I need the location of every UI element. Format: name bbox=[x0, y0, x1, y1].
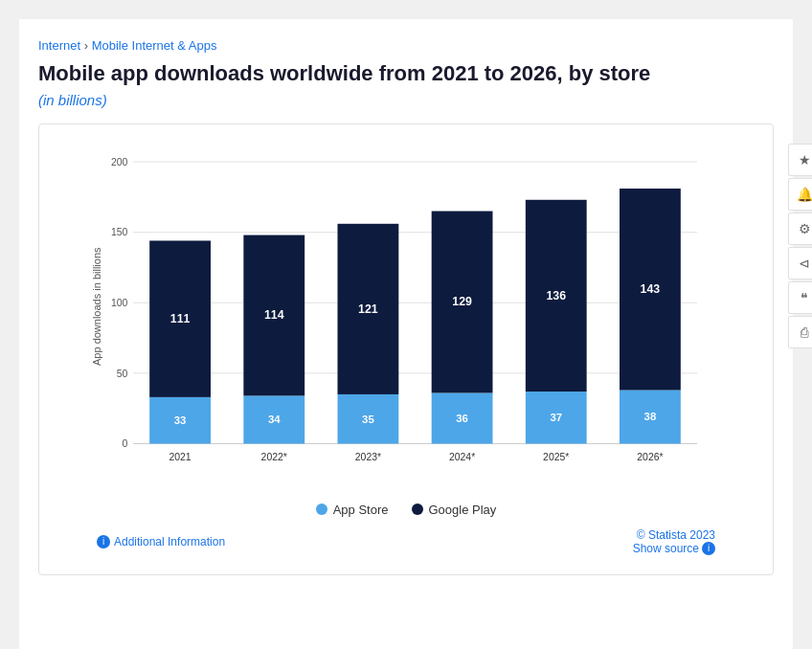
svg-text:0: 0 bbox=[122, 438, 127, 449]
breadcrumb-parent[interactable]: Internet bbox=[38, 38, 80, 53]
svg-text:35: 35 bbox=[362, 413, 374, 424]
statista-credit: © Statista 2023 bbox=[633, 528, 715, 542]
svg-text:36: 36 bbox=[456, 412, 468, 423]
svg-text:150: 150 bbox=[111, 227, 128, 237]
svg-text:2025*: 2025* bbox=[543, 451, 569, 461]
svg-text:2023*: 2023* bbox=[355, 451, 381, 461]
legend-appstore: App Store bbox=[316, 503, 389, 517]
svg-text:34: 34 bbox=[268, 414, 281, 425]
additional-info-label: Additional Information bbox=[114, 535, 225, 548]
gear-icon[interactable]: ⚙ bbox=[788, 213, 812, 245]
svg-text:2024*: 2024* bbox=[449, 451, 475, 461]
legend-googleplay: Google Play bbox=[412, 503, 497, 517]
svg-text:50: 50 bbox=[117, 368, 128, 378]
googleplay-label: Google Play bbox=[429, 503, 497, 517]
page-wrapper: Internet › Mobile Internet & Apps Mobile… bbox=[19, 19, 793, 649]
additional-info-link[interactable]: i Additional Information bbox=[97, 535, 225, 548]
breadcrumb-child[interactable]: Mobile Internet & Apps bbox=[92, 38, 217, 53]
appstore-dot bbox=[316, 504, 327, 515]
source-info-icon: i bbox=[702, 542, 715, 555]
show-source-label: Show source bbox=[633, 542, 699, 555]
print-icon[interactable]: ⎙ bbox=[788, 316, 812, 348]
appstore-label: App Store bbox=[333, 503, 389, 517]
footer-right: © Statista 2023 Show source i bbox=[633, 528, 715, 555]
svg-text:37: 37 bbox=[550, 412, 562, 423]
star-icon[interactable]: ★ bbox=[788, 144, 812, 176]
svg-text:143: 143 bbox=[641, 282, 661, 296]
svg-text:121: 121 bbox=[358, 302, 378, 315]
svg-text:114: 114 bbox=[264, 308, 284, 322]
sidebar-tools: ★🔔⚙⊲❝⎙ bbox=[788, 144, 812, 348]
svg-text:2022*: 2022* bbox=[261, 451, 287, 461]
chart-area: App downloads in billions 05010015020033… bbox=[97, 144, 715, 493]
svg-text:38: 38 bbox=[644, 411, 657, 422]
svg-text:100: 100 bbox=[111, 298, 128, 308]
chart-container: ★🔔⚙⊲❝⎙ App downloads in billions 0501001… bbox=[38, 123, 774, 575]
share-icon[interactable]: ⊲ bbox=[788, 247, 812, 280]
page-subtitle: (in billions) bbox=[38, 92, 774, 108]
chart-svg: 050100150200331112021341142022*351212023… bbox=[97, 144, 715, 493]
svg-text:200: 200 bbox=[111, 156, 128, 167]
svg-text:136: 136 bbox=[546, 288, 566, 302]
page-title: Mobile app downloads worldwide from 2021… bbox=[38, 60, 774, 88]
svg-text:111: 111 bbox=[170, 312, 191, 325]
breadcrumb: Internet › Mobile Internet & Apps bbox=[38, 38, 774, 53]
svg-text:2021: 2021 bbox=[169, 451, 191, 461]
svg-text:129: 129 bbox=[452, 295, 472, 308]
info-icon: i bbox=[97, 535, 110, 548]
show-source-link[interactable]: Show source i bbox=[633, 542, 715, 555]
svg-text:2026*: 2026* bbox=[637, 451, 663, 461]
footer-row: i Additional Information © Statista 2023… bbox=[97, 528, 715, 555]
breadcrumb-separator: › bbox=[84, 38, 92, 53]
quote-icon[interactable]: ❝ bbox=[788, 281, 812, 314]
bell-icon[interactable]: 🔔 bbox=[788, 178, 812, 211]
googleplay-dot bbox=[412, 504, 423, 515]
y-axis-label: App downloads in billions bbox=[91, 270, 102, 366]
chart-legend: App Store Google Play bbox=[97, 503, 715, 517]
svg-text:33: 33 bbox=[174, 414, 187, 426]
